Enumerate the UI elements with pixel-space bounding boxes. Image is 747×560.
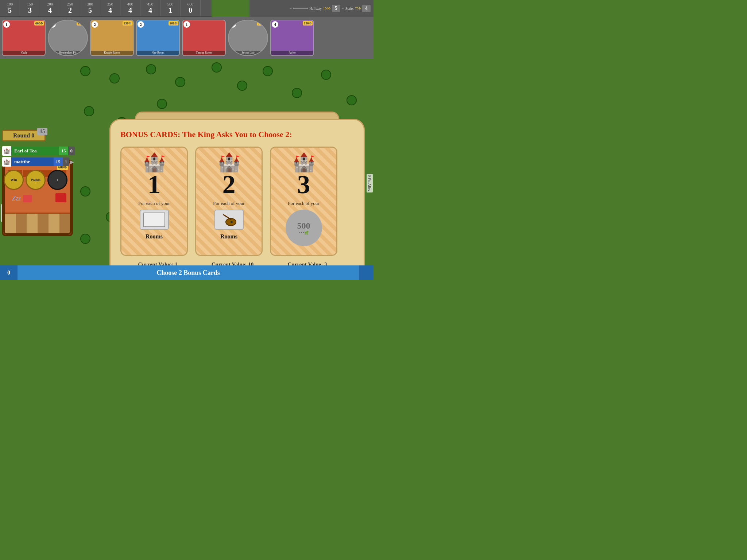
room-name: Nap Room (137, 51, 179, 55)
score-value: 5 (8, 6, 12, 15)
room-card-mini[interactable]: 1 600Φ Vault (2, 20, 46, 56)
game-board: Gatehouse 9 Pin Alley Zzz 600Φ (0, 59, 374, 265)
castle-icon-1: 🏰 (143, 153, 166, 171)
bottom-center-text[interactable]: Choose 2 Bonus Cards (18, 269, 359, 277)
score-value: 4 (48, 6, 52, 15)
room-number: 1 (229, 21, 236, 28)
tree-decoration (292, 88, 302, 98)
score-value: 4 (148, 6, 152, 15)
room-price: 150Φ (303, 21, 313, 26)
minus-hallway-icon[interactable]: − (290, 7, 292, 11)
score-cell: 3005 (80, 0, 100, 16)
room-name: Secret Lair (229, 51, 267, 55)
score-cell: 2004 (40, 0, 60, 16)
tree-decoration (347, 95, 357, 105)
room-card-mini[interactable]: 2 250Φ Knight Room (90, 20, 134, 56)
score-cell: 3504 (100, 0, 120, 16)
current-value-3: Current Value: 3 (274, 261, 341, 265)
bonus-room-icon-1 (140, 210, 169, 230)
player1-icon: 🏰 (2, 146, 11, 156)
score-label: 250 (67, 2, 73, 6)
bonus-card-3[interactable]: 🏰 3 For each of your 500 • • •🌿 (270, 147, 337, 256)
win-button[interactable]: Win (4, 170, 24, 190)
score-label: 400 (127, 2, 133, 6)
room-card-mini[interactable]: 1 500Φ Secret Lair (228, 20, 268, 56)
room-card-mini[interactable]: 4 150Φ Parlor (270, 20, 314, 56)
svg-line-1 (224, 215, 231, 219)
bonus-cards-row: 🏰 1 For each of your Rooms 🏰 2 For each … (120, 147, 354, 256)
tree-decoration (175, 77, 185, 87)
bonus-number-3: 3 (297, 171, 310, 198)
bonus-foreach-2: For each of your (213, 201, 244, 206)
tree-decoration (80, 234, 90, 244)
bonus-number-1: 1 (148, 171, 161, 198)
score-cell: 1005 (0, 0, 20, 16)
score-value: 4 (108, 6, 112, 15)
tree-decoration (80, 186, 90, 197)
score-cell: 5001 (160, 0, 181, 16)
minus-stairs-icon[interactable]: − (342, 7, 344, 11)
bonus-card-2[interactable]: 🏰 2 For each of your Rooms (195, 147, 263, 256)
bonus-card-1[interactable]: 🏰 1 For each of your Rooms (120, 147, 188, 256)
room-name: Vault (3, 51, 45, 55)
hallway-thumbnail (293, 8, 308, 9)
room-card-mini[interactable]: 1 Throne Room (182, 20, 226, 56)
score-value: 3 (28, 6, 32, 15)
castle-icon-2: 🏰 (218, 153, 240, 171)
bonus-title: BONUS CARDS: The King Asks You to Choose… (120, 130, 354, 139)
bottom-right-value (359, 265, 374, 280)
score-cell: 1503 (20, 0, 40, 16)
room-price: 500Φ (257, 21, 267, 26)
tree-decoration (157, 99, 167, 109)
player2-row: 🏰 mattthr 15 1 ▶ (2, 157, 75, 167)
tree-decoration (321, 70, 331, 80)
player1-score: 15 (59, 147, 68, 155)
score-label: 200 (47, 2, 53, 6)
current-player-arrow: ▶ (69, 159, 75, 165)
bottom-left-value: 0 (0, 265, 18, 280)
right-top-panel: − Hallway 150Φ 5 − Stairs 75Φ 4 (249, 0, 374, 17)
score-cell: 2502 (60, 0, 80, 16)
room-name: Knight Room (91, 51, 133, 55)
room-card-mini[interactable]: 2 200Φ Nap Room (136, 20, 180, 56)
score-cell: 4504 (140, 0, 160, 16)
bonus-number-2: 2 (222, 171, 236, 198)
room-name: Throne Room (183, 51, 225, 55)
score-value: 0 (189, 6, 192, 15)
hallway-price: 150Φ (323, 7, 330, 10)
current-values-row: Current Value: 1 Current Value: 10 Curre… (120, 261, 354, 265)
tree-decoration (80, 66, 90, 76)
room-number: 3 (49, 21, 56, 28)
score-label: 150 (27, 2, 33, 6)
hallway-indicator: − Hallway 150Φ 5 − Stairs 75Φ 4 (290, 5, 371, 12)
stairs-count: 4 (362, 5, 371, 12)
music-button[interactable]: ♪ (47, 170, 67, 190)
tree-decoration (109, 73, 120, 83)
tree-decoration (263, 66, 273, 76)
score-label: 500 (167, 2, 174, 6)
room-price: 200Φ (169, 21, 178, 26)
room-number: 2 (138, 21, 144, 28)
score-label: 100 (7, 2, 13, 6)
room-number: 1 (183, 21, 190, 28)
circle-dots: • • •🌿 (299, 231, 309, 235)
tree-decoration (146, 64, 156, 74)
room-price: 600Φ (34, 21, 44, 26)
scroll-content: BONUS CARDS: The King Asks You to Choose… (109, 119, 365, 265)
bonus-item-label-1: Rooms (146, 233, 163, 240)
room-cards-bar: 1 600Φ Vault 3 150Φ Bottomless Pit 2 250… (0, 17, 374, 59)
score-value: 1 (169, 6, 172, 15)
room-number: 2 (92, 21, 98, 28)
room-name: Parlor (271, 51, 313, 55)
player2-name: mattthr (11, 158, 54, 166)
room-card-mini[interactable]: 3 150Φ Bottomless Pit (48, 20, 88, 56)
room-name: Bottomless Pit (49, 51, 87, 55)
tree-decoration (237, 81, 247, 91)
hallway-count: 5 (332, 5, 340, 12)
room-number: 4 (272, 21, 278, 28)
tree-decoration (84, 106, 94, 116)
points-button[interactable]: Points (26, 170, 46, 190)
player2-score: 15 (54, 158, 63, 166)
score-value: 5 (88, 6, 92, 15)
score-track: 1005150320042502300535044004450450016000 (0, 0, 212, 17)
